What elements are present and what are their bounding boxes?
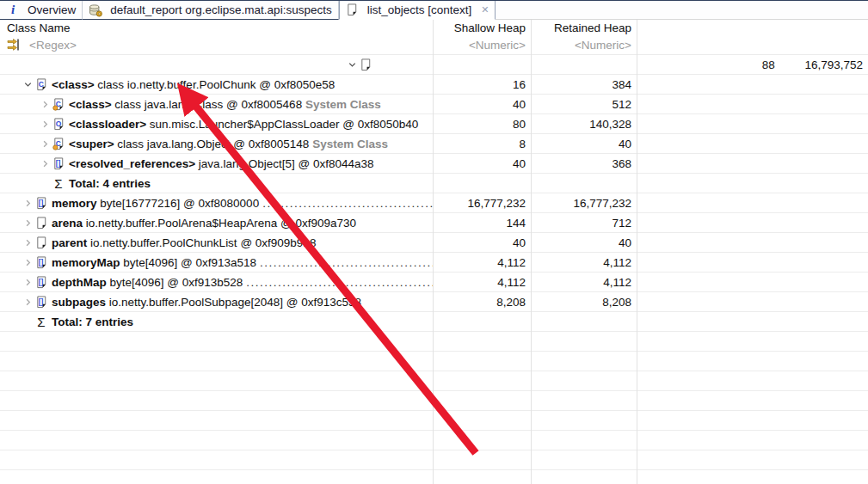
shallow-heap-value: 16,777,232	[433, 197, 531, 210]
chevron-expanded-icon[interactable]	[345, 58, 359, 71]
tree-row[interactable]: io.netty.buffer.PoolChunk @ 0xf909a84088…	[0, 55, 868, 75]
retained-heap-value: 40	[531, 138, 637, 150]
tree-row[interactable]: []memoryMap byte[4096] @ 0xf913a518.....…	[0, 253, 868, 273]
sigma-total-icon: Σ	[52, 176, 65, 191]
tab-default_report[interactable]: default_report org.eclipse.mat.api:suspe…	[83, 1, 338, 20]
tree-row[interactable]: arena io.netty.buffer.PoolArena$HeapAren…	[0, 213, 868, 233]
value-dots-leader: ........................................…	[246, 276, 433, 289]
empty-row	[0, 450, 868, 470]
tree-row[interactable]: []depthMap byte[4096] @ 0xf913b528......…	[0, 273, 868, 292]
filter-placeholder: <Regex>	[29, 39, 77, 52]
shallow-heap-value: 16	[433, 78, 531, 91]
tree-row[interactable]: parent io.netty.buffer.PoolChunkList @ 0…	[0, 233, 868, 253]
tree-row[interactable]: []<resolved_references> java.lang.Object…	[0, 154, 868, 174]
shallow-heap-value: 8,208	[433, 296, 531, 309]
report-database-icon	[89, 3, 102, 17]
retained-heap-value: 368	[531, 157, 637, 170]
row-label: io.netty.buffer.PoolChunk @ 0xf909a840	[376, 58, 583, 71]
row-label: Total: 7 entries	[52, 316, 133, 328]
filter-field-shallow-heap[interactable]: <Numeric>	[433, 39, 531, 52]
tab-bar-filler	[496, 1, 868, 20]
tab-label: Overview	[28, 3, 76, 16]
tab-label: list_objects [context]	[367, 3, 472, 16]
svg-text:[]: []	[38, 198, 43, 206]
class-icon: C	[34, 77, 48, 91]
chevron-collapsed-icon[interactable]	[21, 236, 34, 249]
array-object-icon: []	[34, 275, 48, 289]
row-label: <resolved_references> java.lang.Object[5…	[69, 157, 373, 170]
page-icon	[346, 3, 360, 17]
eclipse-mat-window: iOverviewdefault_report org.eclipse.mat.…	[0, 0, 868, 484]
table-body: io.netty.buffer.PoolChunk @ 0xf909a84088…	[0, 55, 868, 484]
chevron-collapsed-icon[interactable]	[38, 157, 52, 170]
chevron-collapsed-icon[interactable]	[38, 118, 52, 131]
column-separator	[531, 20, 532, 484]
svg-text:C: C	[38, 79, 43, 88]
empty-row	[0, 371, 868, 391]
total-row[interactable]: ΣTotal: 7 entries	[0, 312, 868, 332]
empty-row	[0, 352, 868, 371]
tree-row[interactable]: C<super> class java.lang.Object @ 0xf800…	[0, 134, 868, 154]
array-object-icon: []	[34, 295, 48, 309]
shallow-heap-value: 144	[433, 217, 531, 230]
retained-heap-value: 40	[531, 236, 637, 249]
value-dots-leader: ........................................…	[262, 197, 433, 210]
column-header-retained-heap[interactable]: Retained Heap	[531, 21, 637, 34]
column-header-shallow-heap[interactable]: Shallow Heap	[433, 21, 531, 34]
tree-row[interactable]: O<classloader> sun.misc.Launcher$AppClas…	[0, 114, 868, 134]
retained-heap-value: 712	[531, 217, 637, 230]
array-object-icon: []	[34, 255, 48, 269]
column-header-class-name[interactable]: Class Name	[0, 20, 433, 35]
shallow-heap-value: 80	[433, 118, 531, 131]
retained-heap-value: 16,793,752	[780, 58, 868, 71]
tab-overview[interactable]: iOverview	[0, 1, 83, 20]
filter-field-retained-heap[interactable]: <Numeric>	[531, 39, 637, 52]
chevron-spacer	[21, 316, 34, 328]
system-class-icon: C	[52, 97, 65, 111]
array-object-icon: []	[52, 156, 65, 170]
tree-row[interactable]: C<class> class java.lang.Class @ 0xf8005…	[0, 95, 868, 114]
shallow-heap-value: 40	[433, 157, 531, 170]
total-row[interactable]: ΣTotal: 4 entries	[0, 174, 868, 193]
tab-label: default_report org.eclipse.mat.api:suspe…	[110, 3, 331, 16]
chevron-collapsed-icon[interactable]	[38, 98, 52, 111]
svg-text:O: O	[55, 119, 61, 127]
retained-heap-value: 140,328	[531, 118, 637, 131]
svg-text:[]: []	[38, 277, 43, 285]
tab-list_objects[interactable]: list_objects [context]✕	[339, 1, 496, 20]
empty-row	[0, 470, 868, 484]
tree-row[interactable]: []memory byte[16777216] @ 0xf8080000....…	[0, 193, 868, 213]
filter-field-class-name[interactable]: <Regex>	[0, 35, 433, 54]
object-instance-icon	[34, 216, 48, 230]
row-label: subpages io.netty.buffer.PoolSubpage[204…	[52, 296, 361, 309]
tab-close-icon[interactable]: ✕	[481, 5, 489, 15]
retained-heap-value: 4,112	[531, 276, 637, 289]
chevron-collapsed-icon[interactable]	[21, 296, 34, 309]
table-header-row: Class NameShallow HeapRetained Heap	[0, 20, 868, 35]
tree-row[interactable]: C<class> class io.netty.buffer.PoolChunk…	[0, 75, 868, 95]
row-label: depthMap byte[4096] @ 0xf913b528	[52, 276, 243, 289]
shallow-heap-value: 8	[433, 138, 531, 150]
value-dots-leader: ........................................…	[260, 256, 433, 269]
filter-icon	[7, 38, 21, 52]
table-filter-row: <Regex><Numeric><Numeric>	[0, 35, 868, 55]
chevron-collapsed-icon[interactable]	[21, 217, 34, 230]
svg-text:[]: []	[38, 297, 43, 305]
row-label: <classloader> sun.misc.Launcher$AppClass…	[69, 118, 418, 131]
editor-tab-bar: iOverviewdefault_report org.eclipse.mat.…	[0, 0, 868, 20]
shallow-heap-value: 40	[433, 98, 531, 111]
shallow-heap-value: 4,112	[433, 256, 531, 269]
tree-row[interactable]: []subpages io.netty.buffer.PoolSubpage[2…	[0, 292, 868, 312]
chevron-collapsed-icon[interactable]	[21, 197, 34, 210]
chevron-expanded-icon[interactable]	[21, 78, 34, 91]
chevron-collapsed-icon[interactable]	[21, 276, 34, 289]
retained-heap-value: 16,777,232	[531, 197, 637, 210]
chevron-collapsed-icon[interactable]	[38, 138, 52, 150]
row-label: <class> class io.netty.buffer.PoolChunk …	[52, 78, 335, 91]
object-instance-icon	[34, 236, 48, 249]
shallow-heap-value: 88	[699, 58, 780, 71]
row-label: arena io.netty.buffer.PoolArena$HeapAren…	[52, 217, 356, 230]
empty-row	[0, 431, 868, 450]
chevron-collapsed-icon[interactable]	[21, 256, 34, 269]
shallow-heap-value: 40	[433, 236, 531, 249]
